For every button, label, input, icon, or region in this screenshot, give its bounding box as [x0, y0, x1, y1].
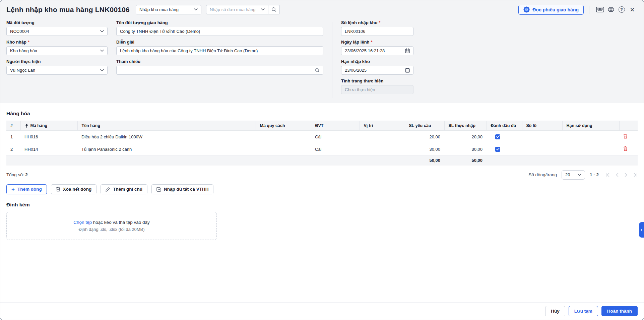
danh-dau-du-checkbox[interactable]	[495, 147, 500, 152]
chevron-down-icon	[100, 50, 104, 52]
settings-button[interactable]	[605, 4, 616, 15]
row-dvt[interactable]: Cái	[311, 131, 360, 143]
han-nhap-input[interactable]: 23/06/2025	[341, 66, 413, 75]
rows-per-page-value: 20	[565, 172, 570, 177]
read-delivery-note-button[interactable]: Đọc phiếu giao hàng	[518, 5, 584, 15]
tham-chieu-input[interactable]	[116, 66, 323, 75]
row-ten-hang[interactable]: Điều hòa 2 chiều Daikin 1000W	[77, 131, 256, 143]
goods-header-row: # Mã hàng Tên hàng Mã quy cách ĐVT Vị tr…	[6, 121, 638, 131]
fill-all-vthh-label: Nhập đủ tất cả VTHH	[164, 187, 209, 192]
side-panel-toggle[interactable]	[639, 222, 644, 238]
cancel-button[interactable]: Hủy	[545, 306, 565, 316]
dien-giai-label: Diễn giải	[116, 40, 323, 45]
topbar: Lệnh nhập kho mua hàng LNK00106 Nhập kho…	[6, 0, 638, 19]
help-button[interactable]: ?	[616, 4, 627, 15]
row-ma-hang[interactable]: HH016	[20, 131, 77, 143]
nguoi-thuc-hien-select[interactable]: Vũ Ngọc Lan	[6, 66, 108, 75]
delete-all-rows-button[interactable]: Xóa hết dòng	[51, 184, 97, 194]
complete-button[interactable]: Hoàn thành	[601, 306, 638, 316]
add-row-label: Thêm dòng	[17, 187, 42, 192]
total-count-value: 2	[25, 172, 28, 177]
row-dvt[interactable]: Cái	[311, 143, 360, 155]
save-draft-button[interactable]: Lưu tạm	[569, 306, 598, 316]
document-form: Mã đối tượng NCC0004 Kho nhập* Kho hàng …	[6, 19, 638, 98]
chevron-left-icon	[640, 229, 642, 232]
previous-page-icon[interactable]	[616, 173, 619, 177]
ngay-lap-label: Ngày lập lệnh	[341, 40, 370, 45]
search-button[interactable]	[268, 5, 280, 14]
tham-chieu-label: Tham chiếu	[116, 59, 323, 64]
field-ngay-lap-lenh: Ngày lập lệnh* 23/06/2025 16:21:28	[341, 40, 413, 55]
add-note-button[interactable]: Thêm ghi chú	[101, 184, 147, 194]
first-page-icon[interactable]	[605, 173, 610, 177]
row-vi-tri[interactable]	[360, 143, 405, 155]
row-sl-yeu-cau[interactable]: 30,00	[405, 143, 444, 155]
so-lenh-input[interactable]: LNK00106	[341, 27, 413, 36]
voucher-type-select[interactable]: Nhập kho mua hàng	[136, 5, 201, 14]
total-sl-yeu-cau: 50,00	[405, 155, 444, 166]
pagination: Số dòng/trang 20 1 - 2	[528, 170, 638, 180]
keyboard-shortcuts-button[interactable]	[595, 4, 605, 15]
table-row[interactable]: 1 HH016 Điều hòa 2 chiều Daikin 1000W Cá…	[6, 131, 638, 143]
col-dvt: ĐVT	[311, 121, 360, 131]
close-icon: ×	[630, 6, 635, 14]
purchase-order-select[interactable]: Nhập số đơn mua hàng	[206, 5, 268, 14]
total-count-label: Tổng số:	[6, 172, 24, 177]
row-so-lo[interactable]	[522, 143, 562, 155]
add-row-button[interactable]: + Thêm dòng	[6, 184, 47, 194]
close-button[interactable]: ×	[627, 4, 638, 15]
row-ma-quy-cach[interactable]	[256, 143, 311, 155]
delete-row-icon[interactable]	[623, 134, 628, 139]
row-stt: 1	[6, 131, 20, 143]
goods-table: # Mã hàng Tên hàng Mã quy cách ĐVT Vị tr…	[6, 121, 638, 166]
danh-dau-du-checkbox[interactable]	[495, 134, 500, 139]
row-ma-hang[interactable]: HH014	[20, 143, 77, 155]
tinh-trang-input: Chưa thực hiện	[341, 85, 413, 94]
next-page-icon[interactable]	[625, 173, 627, 177]
choose-file-link[interactable]: Chọn tệp	[73, 220, 92, 225]
kho-nhap-select[interactable]: Kho hàng hóa	[6, 46, 108, 55]
col-vi-tri: Vị trí	[360, 121, 405, 131]
row-so-lo[interactable]	[522, 131, 562, 143]
delete-row-icon[interactable]	[623, 146, 628, 151]
kho-nhap-label: Kho nhập	[6, 40, 26, 45]
field-dien-giai: Diễn giải Lệnh nhập kho hàng hóa của Côn…	[116, 40, 323, 55]
tinh-trang-label: Tình trạng thực hiện	[341, 78, 413, 83]
ma-doi-tuong-select[interactable]: NCC0004	[6, 27, 108, 36]
dien-giai-input[interactable]: Lệnh nhập kho hàng hóa của Công ty TNHH …	[116, 46, 323, 55]
row-sl-thuc-nhap[interactable]: 30,00	[444, 143, 487, 155]
col-ma-hang: Mã hàng	[20, 121, 77, 131]
row-sl-yeu-cau[interactable]: 20,00	[405, 131, 444, 143]
row-han-su-dung[interactable]	[562, 131, 619, 143]
delete-all-rows-label: Xóa hết dòng	[63, 187, 92, 192]
fill-all-vthh-button[interactable]: Nhập đủ tất cả VTHH	[151, 184, 214, 194]
ma-doi-tuong-label: Mã đối tượng	[6, 20, 108, 25]
last-page-icon[interactable]	[633, 173, 638, 177]
attachment-title: Đính kèm	[6, 202, 638, 208]
ten-doi-tuong-label: Tên đối tượng giao hàng	[116, 20, 323, 25]
row-actions	[619, 131, 638, 143]
row-danh-dau-du	[487, 143, 522, 155]
keyboard-icon	[596, 7, 604, 12]
ten-doi-tuong-input[interactable]: Công ty TNHH Điện Tử Đỉnh Cao (Demo)	[116, 27, 323, 36]
table-actions: + Thêm dòng Xóa hết dòng Thêm ghi chú Nh…	[6, 184, 638, 194]
calendar-icon	[405, 68, 410, 73]
chevron-down-icon	[100, 30, 104, 33]
add-note-label: Thêm ghi chú	[113, 187, 142, 192]
han-nhap-label: Hạn nhập kho	[341, 59, 413, 64]
ngay-lap-input[interactable]: 23/06/2025 16:21:28	[341, 46, 413, 55]
ten-doi-tuong-value: Công ty TNHH Điện Tử Đỉnh Cao (Demo)	[120, 29, 200, 34]
required-mark: *	[371, 40, 373, 45]
row-ma-quy-cach[interactable]	[256, 131, 311, 143]
row-sl-thuc-nhap[interactable]: 20,00	[444, 131, 487, 143]
row-han-su-dung[interactable]	[562, 143, 619, 155]
table-row[interactable]: 2 HH014 Tủ lạnh Panasonic 2 cánh Cái 30,…	[6, 143, 638, 155]
page-title: Lệnh nhập kho mua hàng LNK00106	[6, 6, 130, 14]
field-tinh-trang: Tình trạng thực hiện Chưa thực hiện	[341, 78, 413, 94]
row-vi-tri[interactable]	[360, 131, 405, 143]
row-ten-hang[interactable]: Tủ lạnh Panasonic 2 cánh	[77, 143, 256, 155]
rows-per-page-select[interactable]: 20	[562, 170, 585, 180]
attachment-dropzone[interactable]: Chọn tệp hoặc kéo và thả tệp vào đây Địn…	[6, 212, 217, 240]
so-lenh-value: LNK00106	[345, 29, 365, 34]
total-sl-thuc-nhap: 50,00	[444, 155, 487, 166]
